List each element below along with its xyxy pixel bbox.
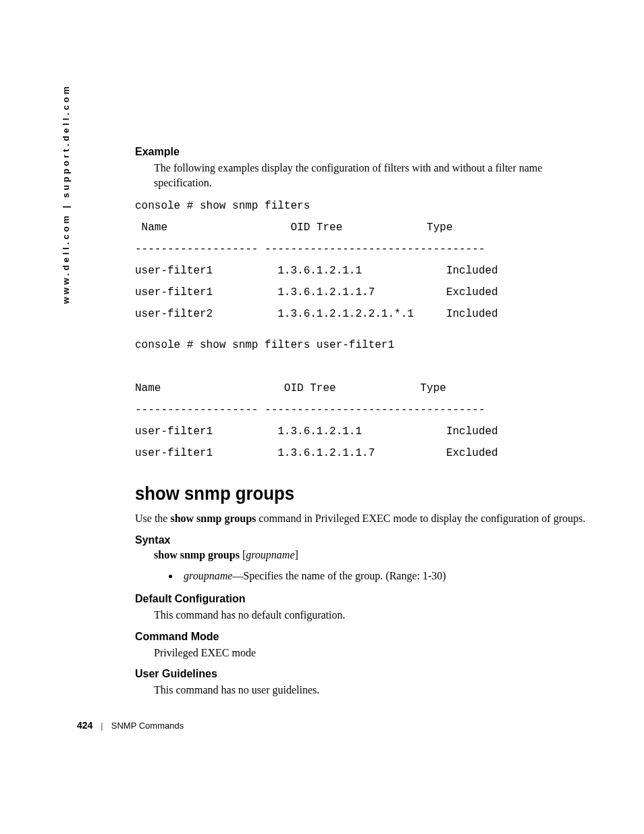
syntax-bracket-open: [ xyxy=(240,549,246,561)
example-code-block-1: console # show snmp filters Name OID Tre… xyxy=(135,195,594,325)
example-intro: The following examples display the confi… xyxy=(154,161,594,190)
command-intro: Use the show snmp groups command in Priv… xyxy=(135,511,594,526)
syntax-italic: groupname xyxy=(246,549,294,561)
intro-post: command in Privileged EXEC mode to displ… xyxy=(256,513,585,524)
page-number: 424 xyxy=(77,720,92,731)
syntax-label: Syntax xyxy=(135,534,594,546)
bullet-italic: groupname xyxy=(184,570,232,581)
sidebar-url-text: www.dell.com | support.dell.com xyxy=(61,84,71,304)
syntax-bullets: groupname—Specifies the name of the grou… xyxy=(180,568,594,583)
command-heading: show snmp groups xyxy=(135,483,558,504)
command-mode-text: Privileged EXEC mode xyxy=(154,646,594,660)
footer-section: SNMP Commands xyxy=(111,721,184,731)
bullet-rest: —Specifies the name of the group. (Range… xyxy=(232,570,446,581)
intro-pre: Use the xyxy=(135,513,170,524)
syntax-bracket-close: ] xyxy=(295,549,298,561)
default-config-text: This command has no default configuratio… xyxy=(154,608,594,623)
syntax-bold: show snmp groups xyxy=(154,549,240,561)
example-label: Example xyxy=(135,146,594,158)
syntax-line: show snmp groups [groupname] xyxy=(154,549,594,561)
example-code-block-2: console # show snmp filters user-filter1… xyxy=(135,334,594,464)
intro-bold: show snmp groups xyxy=(170,513,256,524)
command-mode-label: Command Mode xyxy=(135,631,594,643)
user-guidelines-text: This command has no user guidelines. xyxy=(154,683,594,698)
user-guidelines-label: User Guidelines xyxy=(135,668,594,680)
page-footer: 424 | SNMP Commands xyxy=(77,720,184,731)
syntax-bullet-item: groupname—Specifies the name of the grou… xyxy=(180,568,594,583)
page-content: Example The following examples display t… xyxy=(135,146,594,703)
footer-divider: | xyxy=(101,721,103,731)
default-config-label: Default Configuration xyxy=(135,593,594,605)
